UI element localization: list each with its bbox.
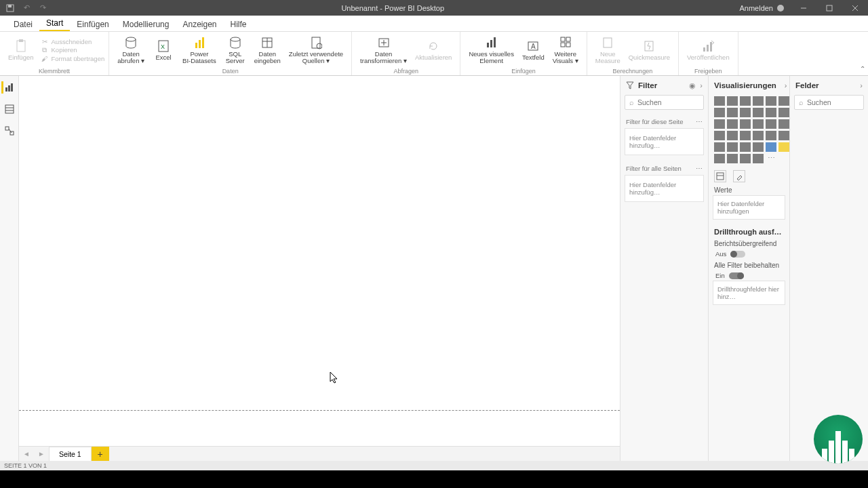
recent-sources-button[interactable]: Zuletzt verwendete Quellen ▾: [285, 34, 347, 66]
tab-datei[interactable]: Datei: [7, 17, 39, 31]
svg-rect-35: [5, 87, 7, 92]
viz-kpi[interactable]: [714, 142, 725, 152]
viz-more[interactable]: ⋯: [766, 154, 776, 163]
viz-stacked-bar[interactable]: [714, 96, 725, 106]
expand-filter-icon[interactable]: ›: [700, 81, 703, 89]
copy-button[interactable]: ⧉Kopieren: [41, 46, 105, 54]
viz-line-stacked[interactable]: [753, 108, 764, 117]
cross-report-toggle[interactable]: [730, 251, 745, 258]
viz-table[interactable]: [740, 142, 751, 152]
data-view-button[interactable]: [3, 103, 16, 115]
save-icon[interactable]: [5, 4, 15, 12]
viz-stacked-area[interactable]: [740, 108, 751, 117]
publish-button[interactable]: Veröffentlichen: [683, 37, 734, 62]
viz-filled-map[interactable]: [727, 131, 738, 140]
viz-shape-map[interactable]: [740, 131, 751, 140]
signin-button[interactable]: Anmelden: [732, 4, 791, 12]
paste-button[interactable]: Einfügen: [4, 37, 38, 62]
page-tab-1[interactable]: Seite 1: [49, 447, 92, 461]
excel-button[interactable]: XExcel: [149, 37, 178, 62]
get-data-button[interactable]: Daten abrufen ▾: [113, 34, 149, 66]
add-page-button[interactable]: +: [92, 447, 109, 461]
viz-treemap[interactable]: [778, 119, 789, 129]
tab-anzeigen[interactable]: Anzeigen: [176, 17, 223, 31]
viz-stacked-column[interactable]: [727, 96, 738, 106]
report-view-button[interactable]: [1, 81, 15, 94]
refresh-icon: [426, 39, 441, 54]
viz-waterfall[interactable]: [714, 119, 725, 129]
viz-clustered-column[interactable]: [753, 96, 764, 106]
viz-qna[interactable]: [740, 154, 751, 163]
viz-100-bar[interactable]: [766, 96, 776, 106]
viz-funnel[interactable]: [727, 119, 738, 129]
drillthrough-well[interactable]: Drillthroughfelder hier hinz…: [713, 281, 785, 305]
fields-tab-button[interactable]: [714, 170, 726, 182]
viz-multi-card[interactable]: [778, 131, 789, 140]
report-canvas[interactable]: [19, 76, 620, 411]
viz-map[interactable]: [714, 131, 725, 140]
viz-slicer[interactable]: [727, 142, 738, 152]
cut-button[interactable]: ✂Ausschneiden: [41, 38, 105, 45]
status-bar: SEITE 1 VON 1: [0, 461, 868, 470]
viz-line-clustered[interactable]: [766, 108, 776, 117]
more-icon[interactable]: ⋯: [696, 165, 703, 172]
viz-card[interactable]: [766, 131, 776, 140]
viz-area[interactable]: [727, 108, 738, 117]
viz-ribbon[interactable]: [778, 108, 789, 117]
textbox-button[interactable]: ATextfeld: [518, 37, 549, 62]
filter-search[interactable]: ⌕: [625, 95, 704, 110]
viz-r-script[interactable]: [766, 142, 776, 152]
pbi-datasets-button[interactable]: Power BI-Datasets: [178, 34, 220, 66]
more-icon[interactable]: ⋯: [696, 118, 703, 125]
new-visual-button[interactable]: Neues visuelles Element: [465, 34, 518, 66]
viz-pie[interactable]: [753, 119, 764, 129]
viz-decomposition[interactable]: [727, 154, 738, 163]
svg-rect-11: [195, 43, 197, 48]
eye-icon[interactable]: ◉: [689, 81, 696, 90]
tab-start[interactable]: Start: [39, 16, 70, 31]
model-view-button[interactable]: [3, 125, 16, 137]
redo-icon[interactable]: ↷: [38, 3, 47, 12]
transform-data-button[interactable]: Daten transformieren ▾: [356, 34, 411, 66]
refresh-button[interactable]: Aktualisieren: [411, 37, 456, 62]
page-filters-dropzone[interactable]: Hier Datenfelder hinzufüg…: [625, 128, 704, 155]
collapse-ribbon-button[interactable]: ⌃: [860, 65, 865, 73]
sql-server-button[interactable]: SQL Server: [220, 34, 250, 66]
format-painter-button[interactable]: 🖌Format übertragen: [41, 55, 105, 62]
all-pages-filters-dropzone[interactable]: Hier Datenfelder hinzufüg…: [625, 175, 704, 202]
new-measure-button[interactable]: Neue Measure: [591, 34, 625, 66]
keep-filters-toggle[interactable]: [729, 272, 744, 279]
transform-icon: [376, 35, 391, 50]
svg-text:A: A: [531, 43, 536, 50]
expand-fields-icon[interactable]: ›: [860, 81, 863, 89]
fields-search-input[interactable]: [807, 98, 868, 106]
values-well[interactable]: Hier Datenfelder hinzufügen: [713, 195, 785, 220]
viz-scatter[interactable]: [740, 119, 751, 129]
minimize-button[interactable]: [791, 0, 816, 16]
viz-arcgis[interactable]: [753, 154, 764, 163]
tab-modellierung[interactable]: Modellierung: [116, 17, 176, 31]
viz-line[interactable]: [714, 108, 725, 117]
fields-search[interactable]: ⌕: [794, 95, 864, 110]
viz-key-influencers[interactable]: [714, 154, 725, 163]
expand-viz-icon[interactable]: ›: [785, 81, 787, 89]
viz-clustered-bar[interactable]: [740, 96, 751, 106]
maximize-button[interactable]: [816, 0, 842, 16]
prev-page-button[interactable]: ◄: [19, 447, 34, 461]
undo-icon[interactable]: ↶: [22, 3, 31, 12]
viz-matrix[interactable]: [753, 142, 764, 152]
svg-rect-1: [8, 5, 12, 7]
next-page-button[interactable]: ►: [34, 447, 49, 461]
group-label: Einfügen: [460, 68, 586, 75]
quick-measure-button[interactable]: Quickmeasure: [625, 37, 674, 62]
format-tab-button[interactable]: [733, 170, 745, 182]
enter-data-button[interactable]: Daten eingeben: [250, 34, 285, 66]
viz-python[interactable]: [778, 142, 789, 152]
more-visuals-button[interactable]: Weitere Visuals ▾: [549, 34, 583, 66]
tab-hilfe[interactable]: Hilfe: [224, 17, 254, 31]
tab-einfuegen[interactable]: Einfügen: [70, 17, 115, 31]
viz-gauge[interactable]: [753, 131, 764, 140]
close-button[interactable]: [842, 0, 868, 16]
viz-100-column[interactable]: [778, 96, 789, 106]
viz-donut[interactable]: [766, 119, 776, 129]
